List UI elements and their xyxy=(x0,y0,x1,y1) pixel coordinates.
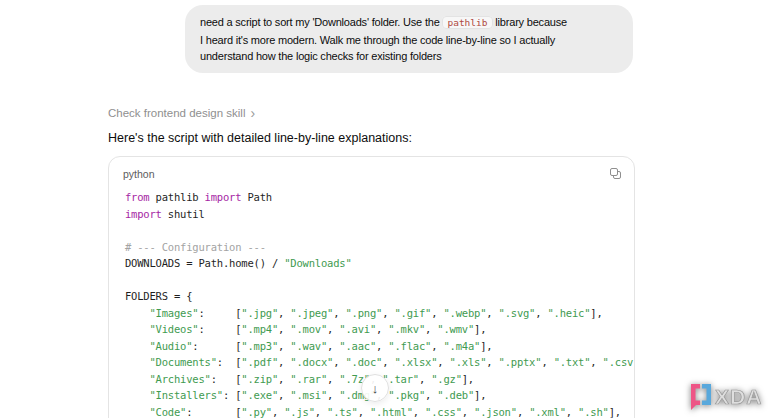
scroll-to-bottom-button[interactable]: ↓ xyxy=(361,374,389,402)
user-message-line: understand how the logic checks for exis… xyxy=(200,48,618,65)
code-line: import shutil xyxy=(125,206,634,223)
chevron-right-icon: › xyxy=(250,108,255,119)
code-language-label: python xyxy=(123,168,155,180)
copy-icon xyxy=(609,167,622,180)
copy-button[interactable] xyxy=(609,167,622,180)
code-line: "Audio": [".mp3", ".wav", ".aac", ".flac… xyxy=(125,338,634,355)
code-block-header: python xyxy=(109,157,634,181)
code-line: "Images": [".jpg", ".jpeg", ".png", ".gi… xyxy=(125,305,634,322)
code-line xyxy=(125,272,634,289)
user-message-text: need a script to sort my 'Downloads' fol… xyxy=(200,16,442,28)
code-line xyxy=(125,222,634,239)
code-line: from pathlib import Path xyxy=(125,189,634,206)
user-message-bubble: need a script to sort my 'Downloads' fol… xyxy=(185,5,633,73)
arrow-down-icon: ↓ xyxy=(372,382,379,395)
xda-watermark: XDA xyxy=(688,381,764,413)
user-message-line: I heard it's more modern. Walk me throug… xyxy=(200,32,618,49)
skill-link-label: Check frontend design skill xyxy=(108,107,245,119)
assistant-intro-text: Here's the script with detailed line-by-… xyxy=(108,131,412,145)
xda-logo-text: XDA xyxy=(715,385,762,408)
user-message-text: library because xyxy=(493,16,567,28)
chat-page: need a script to sort my 'Downloads' fol… xyxy=(0,0,768,418)
user-message-line: need a script to sort my 'Downloads' fol… xyxy=(200,14,618,32)
inline-code-pathlib: pathlib xyxy=(442,16,492,29)
code-line: DOWNLOADS = Path.home() / "Downloads" xyxy=(125,255,634,272)
skill-link[interactable]: Check frontend design skill › xyxy=(108,107,255,119)
code-line: "Code": [".py", ".js", ".ts", ".html", "… xyxy=(125,404,634,418)
code-line: "Documents": [".pdf", ".docx", ".doc", "… xyxy=(125,354,634,371)
code-line: FOLDERS = { xyxy=(125,288,634,305)
xda-logo-icon: XDA xyxy=(688,381,764,413)
code-line: # --- Configuration --- xyxy=(125,239,634,256)
code-line: "Videos": [".mp4", ".mov", ".avi", ".mkv… xyxy=(125,321,634,338)
